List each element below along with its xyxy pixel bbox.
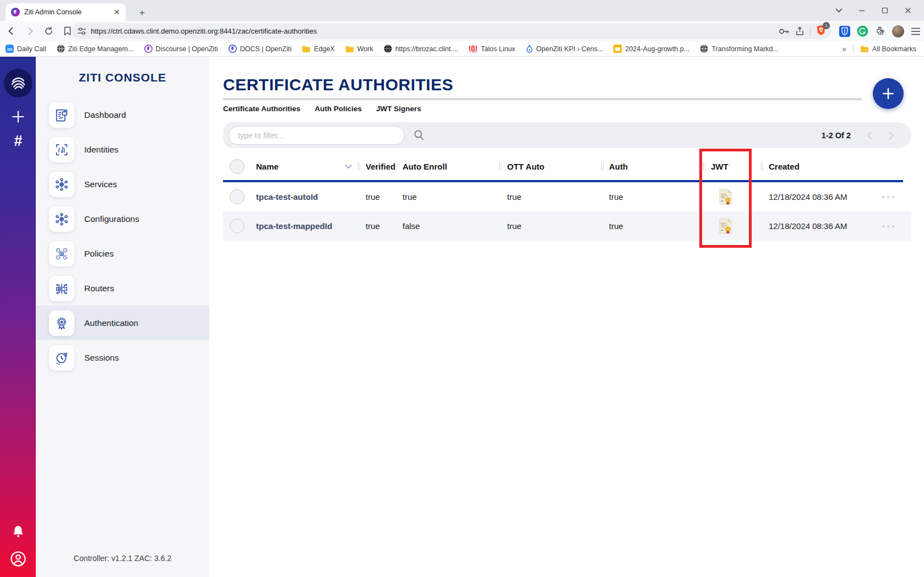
browser-toolbar: https://ctrl.cdaws.clint.demo.openziti.o…	[0, 21, 924, 41]
window-minimize-icon[interactable]	[850, 0, 873, 21]
globe-icon	[384, 45, 392, 53]
pagination-next-icon[interactable]	[888, 130, 895, 140]
certificate-jwt-icon[interactable]	[719, 218, 732, 234]
row-checkbox[interactable]	[230, 189, 244, 204]
column-resize-handle[interactable]	[395, 162, 397, 171]
column-header-name[interactable]: Name	[256, 162, 279, 171]
tab-auth-policies[interactable]: Auth Policies	[315, 105, 362, 113]
table-row[interactable]: tpca-test-autoId true true true true	[223, 182, 911, 211]
column-resize-handle[interactable]	[761, 162, 763, 171]
ca-table: Name Verified Auto Enroll OTT Auto Auth …	[223, 153, 911, 241]
reload-icon[interactable]	[41, 24, 56, 39]
password-key-icon[interactable]	[779, 28, 790, 35]
section-tabs: Certificate Authorities Auth Policies JW…	[223, 105, 911, 113]
sidebar-item-dashboard[interactable]: Dashboard	[36, 97, 209, 132]
pagination-prev-icon[interactable]	[866, 130, 873, 140]
sidebar-item-identities[interactable]: Identities	[36, 132, 209, 167]
bookmarks-overflow-icon[interactable]: »	[842, 45, 846, 53]
column-header-jwt[interactable]: JWT	[711, 162, 729, 171]
new-tab-icon[interactable]: ＋	[135, 6, 149, 19]
row-actions-menu-icon[interactable]	[857, 182, 911, 211]
row-actions-menu-icon[interactable]	[857, 211, 911, 241]
column-resize-handle[interactable]	[499, 162, 502, 171]
bookmark-item[interactable]: zm Daily Call	[6, 45, 46, 53]
created-value: 12/18/2024 08:36 AM	[761, 182, 857, 211]
hash-icon[interactable]: #	[14, 133, 22, 150]
profile-avatar[interactable]	[892, 25, 904, 37]
droplet-icon	[526, 45, 533, 53]
openziti-icon	[144, 45, 153, 53]
bookmark-item[interactable]: Talos Linux	[469, 45, 515, 53]
sidebar-item-routers[interactable]: Routers	[36, 271, 209, 306]
share-icon[interactable]	[795, 26, 805, 36]
sidebar-item-sessions[interactable]: Sessions	[36, 340, 209, 375]
ca-name[interactable]: tpca-test-autoId	[251, 182, 358, 211]
tab-certificate-authorities[interactable]: Certificate Authorities	[223, 105, 301, 113]
clock-icon	[49, 345, 74, 371]
app-rail: #	[0, 57, 36, 577]
window-close-icon[interactable]	[896, 0, 920, 21]
search-icon[interactable]	[412, 129, 426, 142]
column-header-auth[interactable]: Auth	[609, 162, 628, 171]
bookmark-item[interactable]: EdgeX	[302, 45, 335, 53]
forward-icon[interactable]	[22, 24, 37, 39]
column-resize-handle[interactable]	[703, 162, 705, 171]
pagination-range: 1-2 Of 2	[822, 131, 851, 140]
menu-hamburger-icon[interactable]	[911, 28, 921, 35]
bookmark-item[interactable]: DOCS | OpenZiti	[229, 45, 292, 53]
sidebar-item-authentication[interactable]: Authentication	[36, 306, 209, 340]
bookmark-item[interactable]: Work	[345, 45, 373, 53]
select-all-checkbox[interactable]	[230, 159, 244, 174]
ca-name[interactable]: tpca-test-mappedId	[251, 211, 358, 241]
grammarly-icon[interactable]	[857, 25, 868, 37]
table-row[interactable]: tpca-test-mappedId true false true true	[223, 211, 911, 241]
brave-shield-icon[interactable]: 1	[816, 25, 826, 38]
openziti-logo-icon[interactable]	[4, 69, 32, 97]
auth-value: true	[601, 211, 703, 241]
column-header-auto-enroll[interactable]: Auto Enroll	[403, 162, 447, 171]
column-header-created[interactable]: Created	[769, 162, 800, 171]
all-bookmarks-button[interactable]: All Bookmarks	[860, 45, 916, 53]
bookmark-item[interactable]: https://brozac.clint....	[384, 45, 459, 53]
column-resize-handle[interactable]	[601, 162, 604, 171]
browser-tab[interactable]: Ziti Admin Console ✕	[6, 3, 126, 21]
add-certificate-authority-button[interactable]	[873, 78, 904, 109]
tab-jwt-signers[interactable]: JWT Signers	[376, 105, 421, 113]
network-icon	[49, 206, 74, 232]
sidebar-item-services[interactable]: Services	[36, 167, 209, 202]
tab-close-icon[interactable]: ✕	[113, 8, 120, 17]
profile-icon[interactable]	[10, 551, 26, 567]
sidebar-item-configurations[interactable]: Configurations	[36, 202, 209, 236]
tab-search-chevron-icon[interactable]	[827, 0, 850, 21]
back-icon[interactable]	[3, 24, 19, 39]
extensions-puzzle-icon[interactable]	[875, 26, 885, 36]
column-resize-handle[interactable]	[358, 162, 360, 171]
filter-input[interactable]	[229, 126, 405, 145]
bitwarden-icon[interactable]	[839, 26, 850, 37]
row-checkbox[interactable]	[230, 219, 244, 233]
openziti-icon	[229, 45, 237, 53]
divider	[223, 98, 862, 100]
bookmark-item[interactable]: Ziti Edge Managem...	[57, 45, 134, 53]
url-bar[interactable]: https://ctrl.cdaws.clint.demo.openziti.o…	[72, 23, 831, 39]
window-maximize-icon[interactable]	[873, 0, 896, 21]
tune-icon[interactable]	[77, 27, 86, 35]
notifications-bell-icon[interactable]	[11, 524, 25, 538]
bookmark-item[interactable]: Discourse | OpenZiti	[144, 45, 218, 53]
bookmark-item[interactable]: OpenZiti KPI › Cens...	[526, 45, 604, 53]
browser-titlebar: Ziti Admin Console ✕ ＋	[0, 0, 924, 21]
sort-chevron-icon[interactable]	[345, 164, 352, 169]
ziti-favicon-icon	[11, 8, 20, 17]
divider	[853, 45, 854, 53]
column-header-verified[interactable]: Verified	[366, 162, 395, 171]
divider	[810, 27, 811, 36]
certificate-jwt-icon[interactable]	[719, 189, 732, 205]
slides-icon	[613, 45, 622, 53]
sidebar-item-policies[interactable]: Policies	[36, 236, 209, 271]
column-header-ott-auto[interactable]: OTT Auto	[507, 162, 545, 171]
add-icon[interactable]	[11, 110, 25, 124]
sidebar-item-label: Dashboard	[84, 110, 126, 120]
bookmark-item[interactable]: Transforming Markd...	[700, 45, 779, 53]
bookmark-item[interactable]: 2024-Aug-growth.p...	[613, 45, 689, 53]
ott-auto-value: true	[499, 211, 601, 241]
